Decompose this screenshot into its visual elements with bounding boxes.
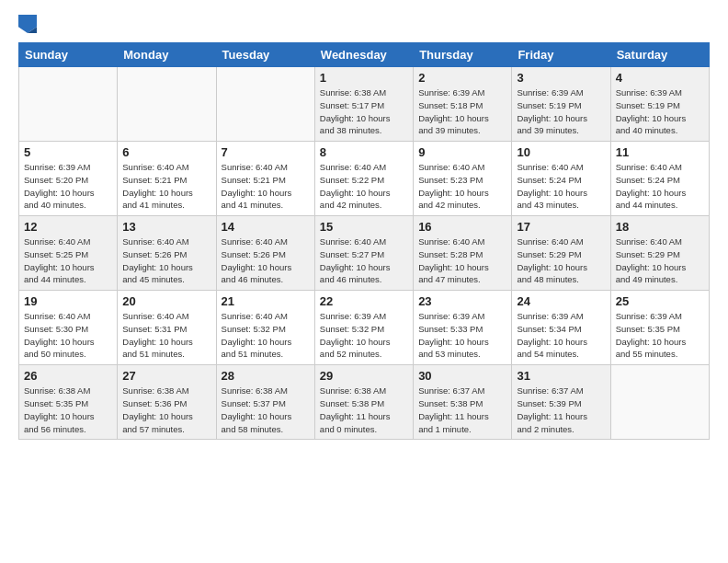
day-number: 5 [24,145,112,159]
day-info: Sunrise: 6:40 AM Sunset: 5:21 PM Dayligh… [222,161,310,212]
calendar-header-row: SundayMondayTuesdayWednesdayThursdayFrid… [19,43,710,67]
day-info: Sunrise: 6:39 AM Sunset: 5:32 PM Dayligh… [320,310,408,361]
day-number: 7 [222,145,310,159]
day-number: 3 [517,71,605,85]
page: SundayMondayTuesdayWednesdayThursdayFrid… [0,0,728,563]
day-number: 31 [517,369,605,383]
day-number: 9 [418,145,506,159]
calendar-cell [610,365,709,440]
day-info: Sunrise: 6:40 AM Sunset: 5:29 PM Dayligh… [517,236,605,286]
calendar-header-monday: Monday [118,43,216,67]
day-info: Sunrise: 6:39 AM Sunset: 5:35 PM Dayligh… [616,310,704,361]
day-info: Sunrise: 6:40 AM Sunset: 5:31 PM Dayligh… [122,310,210,361]
calendar-cell: 30Sunrise: 6:37 AM Sunset: 5:38 PM Dayli… [414,365,512,440]
day-info: Sunrise: 6:37 AM Sunset: 5:39 PM Dayligh… [517,385,605,435]
day-number: 4 [616,71,704,85]
day-info: Sunrise: 6:40 AM Sunset: 5:24 PM Dayligh… [517,161,605,212]
day-number: 27 [122,369,210,383]
day-info: Sunrise: 6:40 AM Sunset: 5:30 PM Dayligh… [24,310,112,361]
calendar-cell: 4Sunrise: 6:39 AM Sunset: 5:19 PM Daylig… [610,67,709,142]
day-number: 17 [517,220,605,234]
day-number: 15 [320,220,408,234]
calendar-cell: 29Sunrise: 6:38 AM Sunset: 5:38 PM Dayli… [314,365,413,440]
day-info: Sunrise: 6:38 AM Sunset: 5:35 PM Dayligh… [24,385,112,435]
calendar-header-saturday: Saturday [610,43,709,67]
day-info: Sunrise: 6:40 AM Sunset: 5:23 PM Dayligh… [418,161,506,212]
day-info: Sunrise: 6:40 AM Sunset: 5:26 PM Dayligh… [122,236,210,286]
day-number: 16 [418,220,506,234]
calendar-header-friday: Friday [512,43,610,67]
day-info: Sunrise: 6:37 AM Sunset: 5:38 PM Dayligh… [418,385,506,435]
calendar-cell: 11Sunrise: 6:40 AM Sunset: 5:24 PM Dayli… [610,142,709,216]
calendar-cell: 24Sunrise: 6:39 AM Sunset: 5:34 PM Dayli… [512,291,610,365]
calendar-header-wednesday: Wednesday [314,43,413,67]
day-number: 13 [122,220,210,234]
day-info: Sunrise: 6:39 AM Sunset: 5:33 PM Dayligh… [418,310,506,361]
day-info: Sunrise: 6:40 AM Sunset: 5:25 PM Dayligh… [24,236,112,286]
day-info: Sunrise: 6:40 AM Sunset: 5:21 PM Dayligh… [122,161,210,212]
calendar-cell [216,67,314,142]
day-info: Sunrise: 6:40 AM Sunset: 5:24 PM Dayligh… [616,161,704,212]
day-info: Sunrise: 6:38 AM Sunset: 5:36 PM Dayligh… [122,385,210,435]
calendar-cell: 19Sunrise: 6:40 AM Sunset: 5:30 PM Dayli… [19,291,118,365]
calendar-cell: 25Sunrise: 6:39 AM Sunset: 5:35 PM Dayli… [610,291,709,365]
day-number: 19 [24,294,112,308]
day-number: 23 [418,294,506,308]
calendar-cell: 14Sunrise: 6:40 AM Sunset: 5:26 PM Dayli… [216,216,314,291]
day-number: 10 [517,145,605,159]
day-number: 29 [320,369,408,383]
day-info: Sunrise: 6:39 AM Sunset: 5:19 PM Dayligh… [517,86,605,137]
calendar-week-3: 12Sunrise: 6:40 AM Sunset: 5:25 PM Dayli… [19,216,710,291]
calendar-header-sunday: Sunday [19,43,118,67]
day-info: Sunrise: 6:40 AM Sunset: 5:28 PM Dayligh… [418,236,506,286]
logo [18,15,39,33]
day-number: 1 [320,71,408,85]
calendar-cell: 10Sunrise: 6:40 AM Sunset: 5:24 PM Dayli… [512,142,610,216]
day-info: Sunrise: 6:40 AM Sunset: 5:22 PM Dayligh… [320,161,408,212]
calendar-cell: 1Sunrise: 6:38 AM Sunset: 5:17 PM Daylig… [314,67,413,142]
day-number: 20 [122,294,210,308]
calendar-cell: 20Sunrise: 6:40 AM Sunset: 5:31 PM Dayli… [118,291,216,365]
calendar-header-thursday: Thursday [414,43,512,67]
calendar-cell: 6Sunrise: 6:40 AM Sunset: 5:21 PM Daylig… [118,142,216,216]
calendar-cell: 8Sunrise: 6:40 AM Sunset: 5:22 PM Daylig… [314,142,413,216]
calendar-cell: 18Sunrise: 6:40 AM Sunset: 5:29 PM Dayli… [610,216,709,291]
day-info: Sunrise: 6:39 AM Sunset: 5:19 PM Dayligh… [616,86,704,137]
calendar-cell: 21Sunrise: 6:40 AM Sunset: 5:32 PM Dayli… [216,291,314,365]
calendar-cell: 23Sunrise: 6:39 AM Sunset: 5:33 PM Dayli… [414,291,512,365]
calendar: SundayMondayTuesdayWednesdayThursdayFrid… [18,42,710,440]
day-number: 14 [222,220,310,234]
calendar-week-5: 26Sunrise: 6:38 AM Sunset: 5:35 PM Dayli… [19,365,710,440]
calendar-cell: 27Sunrise: 6:38 AM Sunset: 5:36 PM Dayli… [118,365,216,440]
day-number: 21 [222,294,310,308]
calendar-cell: 13Sunrise: 6:40 AM Sunset: 5:26 PM Dayli… [118,216,216,291]
calendar-cell: 17Sunrise: 6:40 AM Sunset: 5:29 PM Dayli… [512,216,610,291]
day-info: Sunrise: 6:40 AM Sunset: 5:32 PM Dayligh… [222,310,310,361]
day-info: Sunrise: 6:38 AM Sunset: 5:37 PM Dayligh… [222,385,310,435]
calendar-cell [19,67,118,142]
calendar-week-1: 1Sunrise: 6:38 AM Sunset: 5:17 PM Daylig… [19,67,710,142]
calendar-cell [118,67,216,142]
calendar-cell: 31Sunrise: 6:37 AM Sunset: 5:39 PM Dayli… [512,365,610,440]
logo-icon [18,15,37,33]
day-number: 25 [616,294,704,308]
day-number: 2 [418,71,506,85]
day-number: 11 [616,145,704,159]
day-info: Sunrise: 6:38 AM Sunset: 5:17 PM Dayligh… [320,86,408,137]
calendar-cell: 28Sunrise: 6:38 AM Sunset: 5:37 PM Dayli… [216,365,314,440]
day-info: Sunrise: 6:40 AM Sunset: 5:27 PM Dayligh… [320,236,408,286]
calendar-cell: 12Sunrise: 6:40 AM Sunset: 5:25 PM Dayli… [19,216,118,291]
calendar-cell: 22Sunrise: 6:39 AM Sunset: 5:32 PM Dayli… [314,291,413,365]
day-number: 8 [320,145,408,159]
day-info: Sunrise: 6:38 AM Sunset: 5:38 PM Dayligh… [320,385,408,435]
day-number: 6 [122,145,210,159]
day-number: 28 [222,369,310,383]
day-info: Sunrise: 6:40 AM Sunset: 5:29 PM Dayligh… [616,236,704,286]
calendar-cell: 5Sunrise: 6:39 AM Sunset: 5:20 PM Daylig… [19,142,118,216]
calendar-cell: 26Sunrise: 6:38 AM Sunset: 5:35 PM Dayli… [19,365,118,440]
day-number: 12 [24,220,112,234]
calendar-cell: 3Sunrise: 6:39 AM Sunset: 5:19 PM Daylig… [512,67,610,142]
calendar-week-2: 5Sunrise: 6:39 AM Sunset: 5:20 PM Daylig… [19,142,710,216]
day-info: Sunrise: 6:40 AM Sunset: 5:26 PM Dayligh… [222,236,310,286]
day-number: 24 [517,294,605,308]
